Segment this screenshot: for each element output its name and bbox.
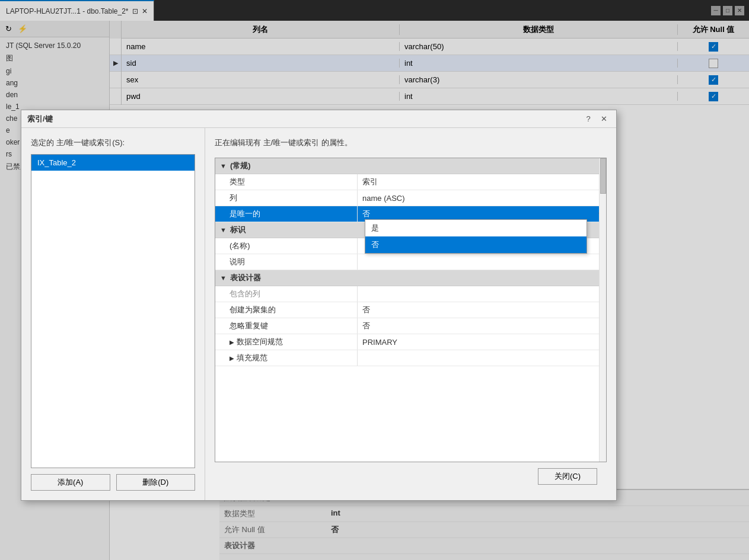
chevron-right-icon: ▶ — [230, 339, 234, 345]
prop-value-desc — [358, 254, 606, 270]
dialog-left-buttons: 添加(A) 删除(D) — [31, 474, 195, 491]
dialog-info-text: 正在编辑现有 主/唯一键或索引 的属性。 — [215, 137, 607, 148]
dialog-body: 选定的 主/唯一键或索引(S): IX_Table_2 添加(A) 删除(D) … — [21, 128, 616, 500]
dialog-left-panel: 选定的 主/唯一键或索引(S): IX_Table_2 添加(A) 删除(D) — [21, 128, 205, 500]
close-dialog-button[interactable]: 关闭(C) — [538, 468, 597, 485]
prop-label-desc: 说明 — [215, 254, 358, 270]
dialog-list-label: 选定的 主/唯一键或索引(S): — [31, 137, 195, 148]
chevron-down-icon: ▼ — [220, 274, 227, 281]
prop-value-included — [358, 286, 606, 302]
prop-label-ignoredup: 忽略重复键 — [215, 318, 358, 334]
section-tabledesigner-label: 表设计器 — [230, 273, 261, 283]
prop-label-clustered: 创建为聚集的 — [215, 302, 358, 318]
prop-row-desc: 说明 — [215, 254, 606, 270]
section-general-label: (常规) — [230, 161, 251, 171]
prop-value-clustered: 否 — [358, 302, 606, 318]
dialog-index-keys: 索引/键 ? ✕ 选定的 主/唯一键或索引(S): IX_Table_2 添加(… — [21, 110, 617, 501]
properties-panel: ▼ (常规) 类型 索引 列 name (ASC) 是唯一的 否 ▼ — [215, 158, 607, 462]
listbox-item[interactable]: IX_Table_2 — [31, 155, 195, 171]
prop-value-type: 索引 — [358, 174, 606, 190]
prop-value-ignoredup: 否 — [358, 318, 606, 334]
prop-row-ignoredup: 忽略重复键 否 — [215, 318, 606, 334]
dropdown-option-yes[interactable]: 是 — [365, 220, 587, 236]
prop-value-col: name (ASC) — [358, 190, 606, 206]
dialog-listbox[interactable]: IX_Table_2 — [31, 154, 195, 468]
chevron-down-icon: ▼ — [220, 226, 227, 233]
prop-label-name: (名称) — [215, 238, 358, 254]
prop-value-fillspec — [358, 350, 606, 366]
prop-row-fillspec: ▶ 填充规范 — [215, 350, 606, 366]
dialog-title: 索引/键 — [27, 114, 53, 124]
dropdown-popup: 是 否 — [365, 219, 587, 254]
prop-label-included: 包含的列 — [215, 286, 358, 302]
section-tabledesigner-header: ▼ 表设计器 — [215, 270, 606, 286]
prop-label-col: 列 — [215, 190, 358, 206]
chevron-down-icon: ▼ — [220, 162, 227, 169]
prop-label-unique: 是唯一的 — [215, 206, 358, 222]
section-identity-label: 标识 — [230, 225, 246, 235]
prop-row-col: 列 name (ASC) — [215, 190, 606, 206]
dialog-titlebar: 索引/键 ? ✕ — [21, 110, 616, 128]
dialog-controls: ? ✕ — [582, 113, 610, 126]
prop-row-dataspace: ▶ 数据空间规范 PRIMARY — [215, 334, 606, 350]
add-button[interactable]: 添加(A) — [31, 474, 110, 491]
prop-label-type: 类型 — [215, 174, 358, 190]
prop-row-clustered: 创建为聚集的 否 — [215, 302, 606, 318]
prop-row-included: 包含的列 — [215, 286, 606, 302]
dialog-close-button[interactable]: ✕ — [597, 113, 610, 126]
dialog-right-panel: 正在编辑现有 主/唯一键或索引 的属性。 ▼ (常规) 类型 索引 列 name… — [205, 128, 616, 500]
dropdown-option-no[interactable]: 否 — [365, 236, 587, 253]
prop-label-dataspace: ▶ 数据空间规范 — [215, 334, 358, 350]
properties-scrollbar[interactable] — [599, 158, 606, 462]
prop-label-fillspec: ▶ 填充规范 — [215, 350, 358, 366]
delete-button[interactable]: 删除(D) — [116, 474, 196, 491]
dialog-footer: 关闭(C) — [215, 462, 607, 491]
section-general-header: ▼ (常规) — [215, 158, 606, 174]
scrollbar-thumb[interactable] — [600, 158, 606, 194]
chevron-right-icon: ▶ — [230, 355, 234, 361]
dialog-help-button[interactable]: ? — [582, 113, 595, 126]
prop-value-dataspace: PRIMARY — [358, 334, 606, 350]
prop-row-type: 类型 索引 — [215, 174, 606, 190]
